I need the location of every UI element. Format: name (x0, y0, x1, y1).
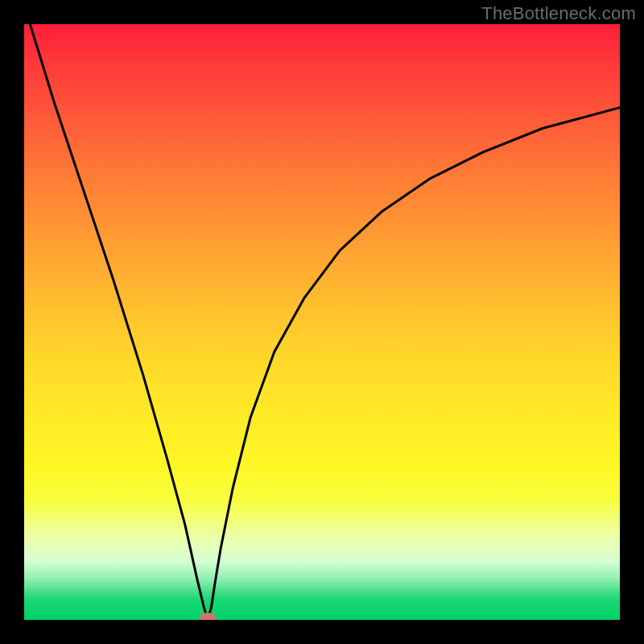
chart-frame: TheBottleneck.com (0, 0, 644, 644)
plot-area (24, 24, 620, 620)
marker-dot (199, 613, 217, 620)
bottleneck-curve (30, 24, 620, 619)
watermark-text: TheBottleneck.com (481, 3, 636, 24)
curve-layer (24, 24, 620, 620)
